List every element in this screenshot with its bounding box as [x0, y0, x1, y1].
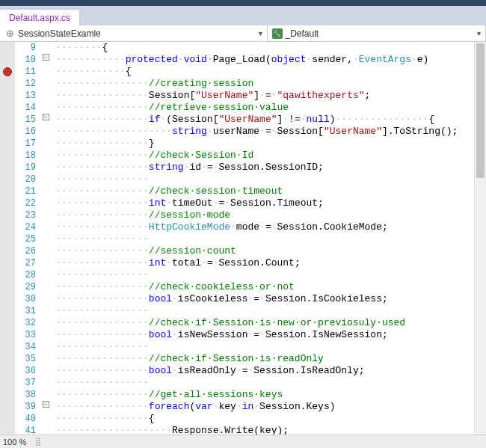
code-content[interactable]: ················}	[54, 138, 155, 150]
code-line[interactable]: 29················//check·cookieless·or·…	[0, 281, 486, 293]
code-content[interactable]: ················	[54, 305, 149, 317]
breakpoint-gutter[interactable]	[0, 281, 15, 293]
code-content[interactable]: ················//check·session·timeout	[54, 185, 283, 197]
breakpoint-gutter[interactable]	[0, 197, 15, 209]
code-content[interactable]: ················bool·isReadOnly·=·Sessio…	[54, 365, 365, 377]
breakpoint-gutter[interactable]	[0, 174, 15, 185]
code-content[interactable]: ················//check·if·Session·is·ne…	[54, 317, 405, 329]
breakpoint-gutter[interactable]	[0, 102, 15, 114]
code-content[interactable]: ····················Response.Write(key);	[54, 425, 289, 435]
breakpoint-gutter[interactable]	[0, 90, 15, 102]
code-line[interactable]: 17················}	[0, 138, 486, 150]
code-content[interactable]: ················//creating·session	[54, 78, 253, 90]
code-line[interactable]: 10−············protected·void·Page_Load(…	[0, 54, 486, 66]
code-line[interactable]: 23················//session·mode	[0, 209, 486, 221]
code-line[interactable]: 36················bool·isReadOnly·=·Sess…	[0, 365, 486, 377]
code-content[interactable]: ················bool·isNewSession·=·Sess…	[54, 329, 388, 341]
breakpoint-gutter[interactable]	[0, 413, 15, 425]
breakpoint-gutter[interactable]	[0, 78, 15, 90]
vertical-scrollbar[interactable]	[474, 42, 486, 435]
fold-gutter[interactable]: −	[40, 54, 51, 61]
code-line[interactable]: 34················	[0, 341, 486, 353]
scope-dropdown[interactable]: ⊕ SessionStateExamle ▾	[0, 25, 268, 41]
fold-gutter[interactable]: −	[40, 114, 51, 120]
code-content[interactable]: ················foreach(var·key·in·Sessi…	[54, 401, 336, 413]
breakpoint-gutter[interactable]	[0, 257, 15, 269]
breakpoint-gutter[interactable]	[0, 401, 15, 413]
code-content[interactable]: ················int·timeOut·=·Session.Ti…	[54, 197, 324, 209]
breakpoint-gutter[interactable]	[0, 221, 15, 233]
code-content[interactable]: ················int·total·=·Session.Coun…	[54, 257, 301, 269]
code-line[interactable]: 25················	[0, 233, 486, 245]
breakpoint-gutter[interactable]	[0, 425, 15, 435]
tab-default-aspx-cs[interactable]: Default.aspx.cs	[0, 9, 80, 25]
breakpoint-gutter[interactable]	[0, 114, 15, 126]
code-line[interactable]: 30················bool·isCookieless·=·Se…	[0, 293, 486, 305]
breakpoint-gutter[interactable]	[0, 389, 15, 401]
code-editor[interactable]: 9········{10−············protected·void·…	[0, 42, 486, 435]
breakpoint-gutter[interactable]	[0, 42, 15, 54]
code-line[interactable]: 14················//retrieve·session·val…	[0, 102, 486, 114]
breakpoint-gutter[interactable]	[0, 209, 15, 221]
code-content[interactable]: ············protected·void·Page_Load(obj…	[54, 54, 428, 66]
code-line[interactable]: 18················//check·Session·Id	[0, 150, 486, 162]
code-line[interactable]: 27················int·total·=·Session.Co…	[0, 257, 486, 269]
code-line[interactable]: 22················int·timeOut·=·Session.…	[0, 197, 486, 209]
code-line[interactable]: 38················//get·all·sessions·key…	[0, 389, 486, 401]
code-line[interactable]: 12················//creating·session	[0, 78, 486, 90]
code-content[interactable]: ················{	[54, 413, 155, 425]
code-line[interactable]: 24················HttpCookieMode·mode·=·…	[0, 221, 486, 233]
code-content[interactable]: ················string·id·=·Session.Sess…	[54, 162, 324, 174]
code-line[interactable]: 31················	[0, 305, 486, 317]
code-line[interactable]: 41····················Response.Write(key…	[0, 425, 486, 435]
code-content[interactable]: ················//session·count	[54, 245, 236, 257]
breakpoint-gutter[interactable]	[0, 305, 15, 317]
vertical-scroll-thumb[interactable]	[476, 43, 485, 178]
breakpoint-gutter[interactable]	[0, 138, 15, 150]
breakpoint-gutter[interactable]	[0, 329, 15, 341]
code-line[interactable]: 9········{	[0, 42, 486, 54]
code-content[interactable]: ················//check·Session·Id	[54, 150, 253, 162]
code-content[interactable]: ················//check·if·Session·is·re…	[54, 353, 324, 365]
member-dropdown[interactable]: 🔧 _Default ▾	[268, 25, 487, 41]
code-content[interactable]: ················	[54, 341, 149, 353]
code-line[interactable]: 15−················if·(Session["UserName…	[0, 114, 486, 126]
code-content[interactable]: ····················string·userName·=·Se…	[54, 126, 458, 138]
code-content[interactable]: ················HttpCookieMode·mode·=·Se…	[54, 221, 388, 233]
code-content[interactable]: ················if·(Session["UserName"]·…	[54, 114, 434, 126]
breakpoint-gutter[interactable]	[0, 54, 15, 66]
code-content[interactable]: ················bool·isCookieless·=·Sess…	[54, 293, 388, 305]
resize-grip-icon[interactable]: ⣿	[35, 437, 41, 447]
breakpoint-icon[interactable]	[3, 67, 12, 76]
breakpoint-gutter[interactable]	[0, 185, 15, 197]
breakpoint-gutter[interactable]	[0, 317, 15, 329]
code-line[interactable]: 40················{	[0, 413, 486, 425]
code-content[interactable]: ················Session["UserName"]·=·"q…	[54, 90, 370, 102]
breakpoint-gutter[interactable]	[0, 377, 15, 389]
code-line[interactable]: 11············{	[0, 66, 486, 78]
breakpoint-gutter[interactable]	[0, 269, 15, 281]
code-line[interactable]: 28················	[0, 269, 486, 281]
code-content[interactable]: ················//retrieve·session·value	[54, 102, 289, 114]
code-content[interactable]: ················	[54, 377, 149, 389]
code-line[interactable]: 35················//check·if·Session·is·…	[0, 353, 486, 365]
code-line[interactable]: 19················string·id·=·Session.Se…	[0, 162, 486, 174]
zoom-level[interactable]: 100 %	[3, 438, 26, 447]
code-content[interactable]: ················//check·cookieless·or·no…	[54, 281, 295, 293]
breakpoint-gutter[interactable]	[0, 365, 15, 377]
code-line[interactable]: 16····················string·userName·=·…	[0, 126, 486, 138]
code-content[interactable]: ················	[54, 233, 149, 245]
code-line[interactable]: 21················//check·session·timeou…	[0, 185, 486, 197]
code-line[interactable]: 39−················foreach(var·key·in·Se…	[0, 401, 486, 413]
code-content[interactable]: ············{	[54, 66, 131, 78]
breakpoint-gutter[interactable]	[0, 150, 15, 162]
fold-gutter[interactable]: −	[40, 401, 51, 408]
breakpoint-gutter[interactable]	[0, 162, 15, 174]
breakpoint-gutter[interactable]	[0, 341, 15, 353]
breakpoint-gutter[interactable]	[0, 126, 15, 138]
code-line[interactable]: 32················//check·if·Session·is·…	[0, 317, 486, 329]
code-content[interactable]: ················	[54, 269, 149, 281]
breakpoint-gutter[interactable]	[0, 293, 15, 305]
code-content[interactable]: ········{	[54, 42, 108, 54]
code-content[interactable]: ················//get·all·sessions·keys	[54, 389, 283, 401]
